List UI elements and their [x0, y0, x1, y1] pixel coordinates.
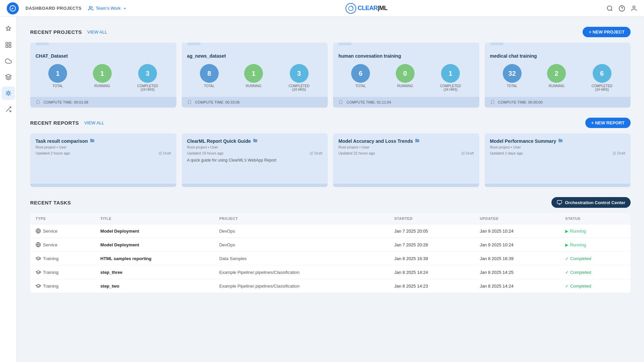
user-icon[interactable]	[631, 5, 637, 12]
task-started-cell: Jan 8 2025 14:24	[389, 265, 475, 279]
report-card[interactable]: Model Performance Summary Root project •…	[485, 133, 631, 187]
project-card[interactable]: CHAT_Dataset 1 TOTAL 1 RUNNING 3 COMPLET…	[30, 43, 176, 108]
task-project-cell: Example Pipeline/.pipelines/Classificati…	[214, 279, 389, 293]
project-card-body: 8 TOTAL 1 RUNNING 3 COMPLETED(24 hrs)	[182, 59, 328, 97]
stat-running: 0 RUNNING	[396, 64, 415, 92]
project-card[interactable]: ag_news_dataset 8 TOTAL 1 RUNNING 3 COMP…	[182, 43, 328, 108]
svg-rect-10	[9, 46, 11, 48]
new-project-button[interactable]: + NEW PROJECT	[583, 27, 631, 37]
search-icon[interactable]	[606, 5, 613, 12]
project-card-title: human convesation training	[338, 53, 474, 59]
pencil-icon	[310, 152, 313, 155]
brand-ml: |ML	[378, 5, 388, 11]
completed-label: COMPLETED(24 hrs)	[440, 84, 461, 92]
project-card-tab	[338, 43, 352, 45]
sidebar-item-pipelines[interactable]	[2, 22, 15, 36]
project-card-title: ag_news_dataset	[187, 53, 323, 59]
task-type-cell: Service	[30, 224, 95, 238]
tasks-header: RECENT TASKS Orchestration Control Cente…	[30, 197, 631, 208]
report-card-title: Model Accuracy and Loss Trends	[338, 138, 474, 144]
project-card-title: medical chat training	[490, 53, 626, 59]
tasks-table-head: TYPETITLEPROJECTSTARTEDUPDATEDSTATUS	[30, 213, 631, 224]
report-card-title: Task result comparison	[36, 138, 171, 144]
task-type-cell: Service	[30, 238, 95, 252]
svg-point-3	[607, 6, 612, 10]
report-card-footer	[485, 184, 631, 187]
report-card-footer	[182, 184, 328, 187]
task-type-cell: Training	[30, 252, 95, 265]
draft-badge: Draft	[159, 151, 171, 155]
task-started-cell: Jan 7 2025 20:28	[389, 238, 475, 252]
sidebar-item-orchestration[interactable]	[2, 103, 15, 116]
project-card-body: 1 TOTAL 1 RUNNING 3 COMPLETED(24 hrs)	[30, 59, 176, 97]
folder-icon	[558, 138, 563, 143]
completed-circle: 3	[138, 64, 157, 83]
total-label: TOTAL	[53, 84, 63, 88]
stat-total: 1 TOTAL	[48, 64, 67, 92]
orchestration-button[interactable]: Orchestration Control Center	[551, 197, 631, 208]
task-updated-cell: Jan 9 2025 10:24	[474, 224, 560, 238]
report-card[interactable]: Model Accuracy and Loss Trends Root proj…	[333, 133, 479, 187]
layers-icon	[5, 74, 12, 80]
compute-time: COMPUTE TIME: 01:11:04	[346, 100, 391, 104]
status-badge: ✓ Completed	[565, 256, 625, 261]
running-circle: 0	[396, 64, 415, 83]
task-project-cell: DevOps	[214, 224, 389, 238]
report-card-footer	[30, 184, 176, 187]
report-card-updated: Updated 2 hours ago Draft	[36, 151, 171, 155]
status-badge: ✓ Completed	[565, 270, 625, 275]
report-card-footer	[333, 184, 479, 187]
sidebar-item-datasets[interactable]	[2, 70, 15, 84]
projects-view-all[interactable]: VIEW ALL	[87, 29, 107, 35]
running-circle: 1	[93, 64, 112, 83]
task-started-cell: Jan 8 2025 16:39	[389, 252, 475, 265]
completed-circle: 6	[593, 64, 611, 83]
dashboard-title: DASHBOARD PROJECTS	[25, 6, 82, 11]
running-circle: 1	[244, 64, 263, 83]
report-card[interactable]: Task result comparison Root project • Us…	[30, 133, 176, 187]
app-logo[interactable]	[7, 2, 19, 14]
task-status-cell: ✓ Completed	[560, 279, 631, 293]
sidebar-item-models[interactable]	[2, 54, 15, 68]
reports-view-all[interactable]: VIEW ALL	[84, 120, 104, 125]
svg-point-7	[633, 6, 635, 8]
report-card[interactable]: ClearML Report Quick Guide Root project …	[182, 133, 328, 187]
topnav: DASHBOARD PROJECTS Team's Work CLEAR|ML	[0, 0, 644, 17]
table-row[interactable]: Service Model Deployment DevOps Jan 7 20…	[30, 238, 631, 252]
flow-icon	[5, 106, 12, 113]
table-row[interactable]: Training step_two Example Pipeline/.pipe…	[30, 279, 631, 293]
table-row[interactable]: Training step_three Example Pipeline/.pi…	[30, 265, 631, 279]
project-card-footer: COMPUTE TIME: 01:11:04	[333, 97, 479, 108]
ghost-icon	[36, 100, 41, 105]
task-title-cell: HTML samples reporting	[95, 252, 214, 265]
stat-total: 6 TOTAL	[351, 64, 370, 92]
type-cell-content: Service	[36, 228, 90, 234]
tasks-col-status: STATUS	[560, 213, 631, 224]
draft-badge: Draft	[462, 151, 474, 155]
stat-completed: 1 COMPLETED(24 hrs)	[440, 64, 461, 92]
table-row[interactable]: Service Model Deployment DevOps Jan 7 20…	[30, 224, 631, 238]
layout: RECENT PROJECTS VIEW ALL + NEW PROJECT C…	[0, 17, 644, 362]
reports-section-title: RECENT REPORTS	[30, 120, 79, 126]
task-started-cell: Jan 8 2025 14:23	[389, 279, 475, 293]
service-icon	[36, 242, 41, 247]
type-cell-content: Training	[36, 283, 90, 289]
report-card-content: ClearML Report Quick Guide Root project …	[182, 133, 328, 167]
brain-icon	[5, 90, 12, 97]
recent-tasks-section: RECENT TASKS Orchestration Control Cente…	[30, 197, 631, 293]
team-selector[interactable]: Team's Work	[88, 6, 126, 11]
task-project-cell: Example Pipeline/.pipelines/Classificati…	[214, 265, 389, 279]
clearml-logo: CLEAR|ML	[345, 3, 387, 14]
completed-label: COMPLETED(24 hrs)	[137, 84, 158, 92]
task-title-cell: Model Deployment	[95, 224, 214, 238]
stat-running: 1 RUNNING	[244, 64, 263, 92]
help-icon[interactable]	[619, 5, 625, 12]
new-report-button[interactable]: + NEW REPORT	[585, 118, 631, 128]
sidebar-item-experiments[interactable]	[2, 38, 15, 52]
project-card[interactable]: human convesation training 6 TOTAL 0 RUN…	[333, 43, 479, 108]
project-card[interactable]: medical chat training 32 TOTAL 2 RUNNING…	[485, 43, 631, 108]
table-row[interactable]: Training HTML samples reporting Data Sam…	[30, 252, 631, 265]
type-label: Training	[43, 270, 58, 275]
task-updated-cell: Jan 9 2025 10:24	[474, 238, 560, 252]
sidebar-item-reports[interactable]	[2, 86, 15, 100]
